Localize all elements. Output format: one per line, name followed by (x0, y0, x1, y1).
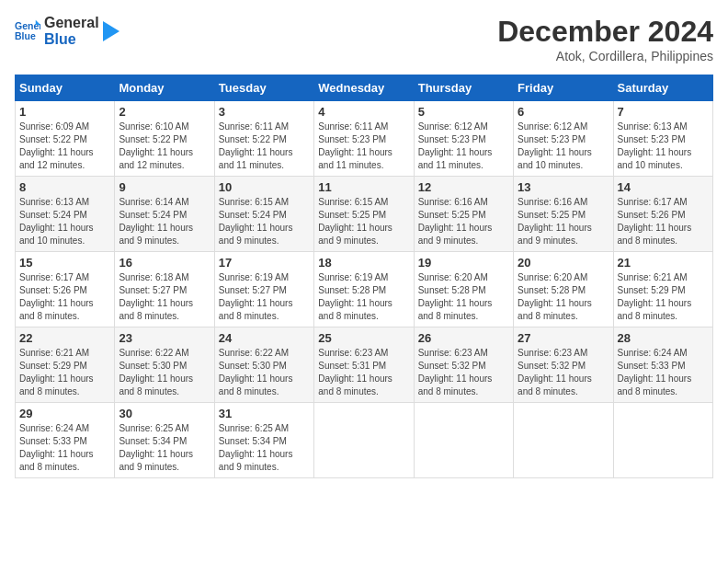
day-number: 16 (119, 256, 210, 270)
calendar-week-row: 29Sunrise: 6:24 AM Sunset: 5:33 PM Dayli… (16, 403, 713, 478)
calendar-cell: 14Sunrise: 6:17 AM Sunset: 5:26 PM Dayli… (613, 177, 712, 252)
day-info: Sunrise: 6:17 AM Sunset: 5:26 PM Dayligh… (618, 196, 709, 247)
page-header: General Blue General Blue December 2024 … (15, 15, 713, 63)
calendar-cell: 4Sunrise: 6:11 AM Sunset: 5:23 PM Daylig… (314, 101, 414, 177)
calendar-cell: 19Sunrise: 6:20 AM Sunset: 5:28 PM Dayli… (414, 252, 513, 327)
day-number: 22 (19, 331, 110, 345)
calendar-table: SundayMondayTuesdayWednesdayThursdayFrid… (15, 75, 713, 478)
calendar-cell (414, 403, 513, 478)
calendar-cell: 1Sunrise: 6:09 AM Sunset: 5:22 PM Daylig… (16, 101, 115, 177)
month-title: December 2024 (497, 15, 713, 49)
calendar-cell: 12Sunrise: 6:16 AM Sunset: 5:25 PM Dayli… (414, 177, 513, 252)
calendar-cell: 26Sunrise: 6:23 AM Sunset: 5:32 PM Dayli… (414, 327, 513, 403)
day-number: 10 (219, 180, 310, 194)
day-number: 26 (418, 331, 509, 345)
weekday-header-saturday: Saturday (613, 75, 712, 101)
day-info: Sunrise: 6:18 AM Sunset: 5:27 PM Dayligh… (119, 271, 210, 323)
day-number: 3 (219, 105, 310, 119)
day-info: Sunrise: 6:15 AM Sunset: 5:24 PM Dayligh… (219, 196, 310, 247)
calendar-cell: 23Sunrise: 6:22 AM Sunset: 5:30 PM Dayli… (115, 327, 214, 403)
calendar-cell: 27Sunrise: 6:23 AM Sunset: 5:32 PM Dayli… (514, 327, 613, 403)
weekday-header-friday: Friday (514, 75, 613, 101)
day-info: Sunrise: 6:24 AM Sunset: 5:33 PM Dayligh… (618, 347, 709, 398)
day-number: 11 (318, 180, 409, 194)
calendar-cell: 10Sunrise: 6:15 AM Sunset: 5:24 PM Dayli… (214, 177, 313, 252)
day-info: Sunrise: 6:13 AM Sunset: 5:24 PM Dayligh… (19, 196, 110, 247)
calendar-cell: 7Sunrise: 6:13 AM Sunset: 5:23 PM Daylig… (613, 101, 712, 177)
calendar-cell: 24Sunrise: 6:22 AM Sunset: 5:30 PM Dayli… (214, 327, 313, 403)
day-number: 31 (219, 407, 310, 420)
day-info: Sunrise: 6:20 AM Sunset: 5:28 PM Dayligh… (518, 271, 609, 323)
calendar-cell: 17Sunrise: 6:19 AM Sunset: 5:27 PM Dayli… (214, 252, 313, 327)
day-number: 1 (19, 105, 110, 119)
day-number: 13 (518, 180, 609, 194)
weekday-header-row: SundayMondayTuesdayWednesdayThursdayFrid… (16, 75, 713, 101)
calendar-cell: 8Sunrise: 6:13 AM Sunset: 5:24 PM Daylig… (16, 177, 115, 252)
day-info: Sunrise: 6:19 AM Sunset: 5:27 PM Dayligh… (219, 271, 310, 323)
calendar-cell (613, 403, 712, 478)
calendar-cell: 28Sunrise: 6:24 AM Sunset: 5:33 PM Dayli… (613, 327, 712, 403)
calendar-week-row: 1Sunrise: 6:09 AM Sunset: 5:22 PM Daylig… (16, 101, 713, 177)
calendar-cell: 31Sunrise: 6:25 AM Sunset: 5:34 PM Dayli… (214, 403, 313, 478)
day-number: 9 (119, 180, 210, 194)
weekday-header-sunday: Sunday (16, 75, 115, 101)
calendar-week-row: 8Sunrise: 6:13 AM Sunset: 5:24 PM Daylig… (16, 177, 713, 252)
day-info: Sunrise: 6:21 AM Sunset: 5:29 PM Dayligh… (19, 347, 110, 398)
day-number: 28 (618, 331, 709, 345)
day-number: 21 (618, 256, 709, 270)
calendar-cell: 22Sunrise: 6:21 AM Sunset: 5:29 PM Dayli… (16, 327, 115, 403)
day-info: Sunrise: 6:09 AM Sunset: 5:22 PM Dayligh… (19, 121, 110, 172)
svg-marker-3 (103, 21, 119, 41)
logo: General Blue General Blue (15, 15, 119, 47)
logo-icon: General Blue (15, 18, 40, 44)
calendar-cell: 20Sunrise: 6:20 AM Sunset: 5:28 PM Dayli… (514, 252, 613, 327)
day-info: Sunrise: 6:17 AM Sunset: 5:26 PM Dayligh… (19, 271, 110, 323)
day-info: Sunrise: 6:24 AM Sunset: 5:33 PM Dayligh… (19, 422, 110, 474)
calendar-cell: 2Sunrise: 6:10 AM Sunset: 5:22 PM Daylig… (115, 101, 214, 177)
day-number: 4 (318, 105, 409, 119)
day-number: 18 (318, 256, 409, 270)
day-info: Sunrise: 6:19 AM Sunset: 5:28 PM Dayligh… (318, 271, 409, 323)
day-info: Sunrise: 6:12 AM Sunset: 5:23 PM Dayligh… (518, 121, 609, 172)
weekday-header-thursday: Thursday (414, 75, 513, 101)
logo-text-blue: Blue (44, 31, 99, 48)
svg-text:Blue: Blue (15, 29, 36, 40)
day-info: Sunrise: 6:15 AM Sunset: 5:25 PM Dayligh… (318, 196, 409, 247)
calendar-cell: 18Sunrise: 6:19 AM Sunset: 5:28 PM Dayli… (314, 252, 414, 327)
weekday-header-monday: Monday (115, 75, 214, 101)
day-info: Sunrise: 6:16 AM Sunset: 5:25 PM Dayligh… (418, 196, 509, 247)
logo-arrow-icon (103, 21, 119, 41)
day-number: 30 (119, 407, 210, 420)
day-info: Sunrise: 6:11 AM Sunset: 5:23 PM Dayligh… (318, 121, 409, 172)
calendar-cell: 15Sunrise: 6:17 AM Sunset: 5:26 PM Dayli… (16, 252, 115, 327)
calendar-cell: 13Sunrise: 6:16 AM Sunset: 5:25 PM Dayli… (514, 177, 613, 252)
logo-text-general: General (44, 15, 99, 31)
day-info: Sunrise: 6:10 AM Sunset: 5:22 PM Dayligh… (119, 121, 210, 172)
calendar-cell: 9Sunrise: 6:14 AM Sunset: 5:24 PM Daylig… (115, 177, 214, 252)
day-info: Sunrise: 6:22 AM Sunset: 5:30 PM Dayligh… (119, 347, 210, 398)
calendar-week-row: 15Sunrise: 6:17 AM Sunset: 5:26 PM Dayli… (16, 252, 713, 327)
day-info: Sunrise: 6:16 AM Sunset: 5:25 PM Dayligh… (518, 196, 609, 247)
day-info: Sunrise: 6:23 AM Sunset: 5:32 PM Dayligh… (518, 347, 609, 398)
day-info: Sunrise: 6:11 AM Sunset: 5:22 PM Dayligh… (219, 121, 310, 172)
weekday-header-tuesday: Tuesday (214, 75, 313, 101)
calendar-cell (314, 403, 414, 478)
day-info: Sunrise: 6:20 AM Sunset: 5:28 PM Dayligh… (418, 271, 509, 323)
calendar-cell: 29Sunrise: 6:24 AM Sunset: 5:33 PM Dayli… (16, 403, 115, 478)
day-info: Sunrise: 6:21 AM Sunset: 5:29 PM Dayligh… (618, 271, 709, 323)
day-number: 14 (618, 180, 709, 194)
day-info: Sunrise: 6:25 AM Sunset: 5:34 PM Dayligh… (219, 422, 310, 474)
day-number: 29 (19, 407, 110, 420)
day-number: 2 (119, 105, 210, 119)
day-info: Sunrise: 6:14 AM Sunset: 5:24 PM Dayligh… (119, 196, 210, 247)
day-number: 23 (119, 331, 210, 345)
day-number: 5 (418, 105, 509, 119)
day-number: 6 (518, 105, 609, 119)
calendar-cell: 16Sunrise: 6:18 AM Sunset: 5:27 PM Dayli… (115, 252, 214, 327)
day-number: 20 (518, 256, 609, 270)
day-info: Sunrise: 6:23 AM Sunset: 5:31 PM Dayligh… (318, 347, 409, 398)
weekday-header-wednesday: Wednesday (314, 75, 414, 101)
calendar-cell (514, 403, 613, 478)
calendar-cell: 30Sunrise: 6:25 AM Sunset: 5:34 PM Dayli… (115, 403, 214, 478)
day-number: 27 (518, 331, 609, 345)
